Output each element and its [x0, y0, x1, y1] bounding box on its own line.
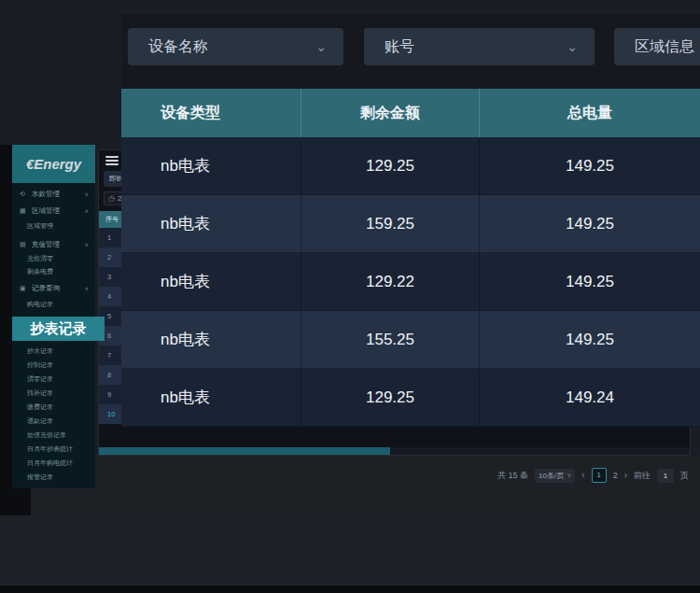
page-bottom-background — [0, 515, 700, 586]
app-logo: €Energy — [12, 145, 95, 183]
sidebar-item-control-records[interactable]: 控制记录 — [12, 359, 95, 372]
horizontal-scrollbar-track[interactable] — [99, 447, 690, 455]
grid-icon: ▦ — [20, 204, 26, 219]
sidebar-item-refund-records[interactable]: 退款记录 — [12, 415, 95, 428]
prev-page-button[interactable]: ‹ — [581, 469, 584, 482]
sidebar-item-area-manage[interactable]: 区域管理 — [12, 219, 95, 233]
region-info-dropdown[interactable]: 区域信息 ⌄ — [614, 28, 700, 65]
document-icon: ▣ — [20, 281, 26, 296]
clock-icon: ◷ — [108, 194, 115, 203]
page-size-value: 10条/页 — [539, 471, 564, 481]
sidebar-item-purchase-records[interactable]: 购电记录 — [12, 298, 95, 311]
sidebar: €Energy ⟲ 水款管理 ∨ ▦ 区域管理 ∧ 区域管理 ▤ 充值管理 ∧ … — [12, 145, 95, 488]
page-size-select[interactable]: 10条/页 ∨ — [535, 469, 575, 483]
next-page-button[interactable]: › — [624, 469, 627, 482]
sidebar-item-adjust-records[interactable]: 找补记录 — [12, 387, 95, 400]
chevron-up-icon: ∧ — [85, 281, 89, 296]
sidebar-section-area[interactable]: ▦ 区域管理 ∧ — [12, 204, 95, 219]
sidebar-item-alarm-records[interactable]: 报警记录 — [12, 471, 95, 484]
table-row: nb电表 155.25 149.25 — [121, 311, 700, 369]
sidebar-item-reading-statistics[interactable]: 日月年抄表统计 — [12, 443, 95, 456]
sidebar-item-purchase-statistics[interactable]: 日月年购电统计 — [12, 457, 95, 470]
page-number-current[interactable]: 1 — [592, 468, 607, 483]
sidebar-section-recharge[interactable]: ▤ 充值管理 ∧ — [12, 237, 95, 252]
device-table: 设备类型 剩余金额 总电量 nb电表 129.25 149.25 nb电表 15… — [121, 89, 700, 427]
sidebar-item-clear-records[interactable]: 清零记录 — [12, 373, 95, 386]
zoomed-overlay-panel: 设备名称 ⌄ 账号 ⌄ 区域信息 ⌄ 设备类型 剩余金额 总电量 nb电表 12… — [121, 14, 700, 425]
table-header-row: 设备类型 剩余金额 总电量 — [121, 89, 700, 137]
sidebar-item-sms-recharge-records[interactable]: 短信充值记录 — [12, 429, 95, 442]
page: 共 15 条 10条/页 ∨ ‹ 1 2 › 前往 1 页 即时抄表 ◷202 … — [0, 0, 700, 593]
sidebar-item-water-reading[interactable]: 抄水记录 — [12, 345, 95, 358]
sidebar-section-payment[interactable]: ⟲ 水款管理 ∨ — [12, 187, 95, 202]
goto-page-input[interactable]: 1 — [657, 469, 674, 483]
table-row: nb电表 129.22 149.25 — [121, 253, 700, 311]
pagination: 共 15 条 10条/页 ∨ ‹ 1 2 › 前往 1 页 — [497, 468, 689, 483]
device-name-dropdown[interactable]: 设备名称 ⌄ — [128, 28, 343, 65]
account-dropdown[interactable]: 账号 ⌄ — [364, 28, 595, 65]
chevron-down-icon: ⌄ — [567, 28, 578, 65]
page-number-2[interactable]: 2 — [613, 471, 618, 480]
table-row: nb电表 129.25 149.25 — [121, 137, 700, 195]
bottom-black-strip — [0, 586, 700, 593]
sidebar-item-payment-records[interactable]: 缴费记录 — [12, 401, 95, 414]
sidebar-item-meter-reading-active[interactable]: 抄表记录 — [12, 317, 105, 341]
goto-label: 前往 — [634, 470, 651, 482]
col-header-device-type: 设备类型 — [121, 89, 301, 137]
sidebar-item-recharge-clear[interactable]: 充值清零 — [12, 252, 95, 265]
chevron-down-icon: ∨ — [567, 472, 571, 479]
table-row: nb电表 159.25 149.25 — [121, 195, 700, 253]
total-count-label: 共 15 条 — [497, 470, 528, 482]
sidebar-item-remaining-fee[interactable]: 剩余电费 — [12, 265, 95, 278]
chevron-up-icon: ∧ — [85, 237, 89, 252]
card-icon: ▤ — [20, 237, 26, 252]
sidebar-section-records[interactable]: ▣ 记录查询 ∧ — [12, 281, 95, 296]
refresh-icon: ⟲ — [20, 187, 25, 202]
chevron-down-icon: ∨ — [85, 187, 89, 202]
chevron-up-icon: ∧ — [85, 204, 89, 219]
chevron-down-icon: ⌄ — [315, 28, 327, 65]
table-row: nb电表 129.25 149.24 — [121, 369, 700, 427]
col-header-remaining-amount: 剩余金额 — [301, 89, 479, 137]
app-footer-band: 共 15 条 10条/页 ∨ ‹ 1 2 › 前往 1 页 — [31, 456, 700, 515]
goto-unit-label: 页 — [680, 470, 689, 482]
hamburger-menu-icon[interactable] — [105, 156, 119, 166]
col-header-total-power: 总电量 — [479, 89, 700, 137]
horizontal-scrollbar-thumb[interactable] — [99, 447, 390, 455]
